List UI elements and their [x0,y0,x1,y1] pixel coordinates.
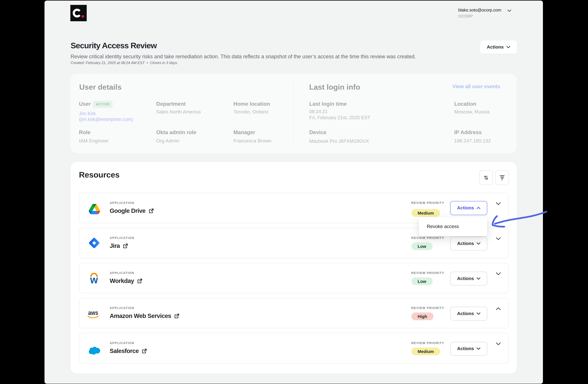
svg-text:aws: aws [88,309,98,316]
svg-text:w: w [90,274,98,284]
